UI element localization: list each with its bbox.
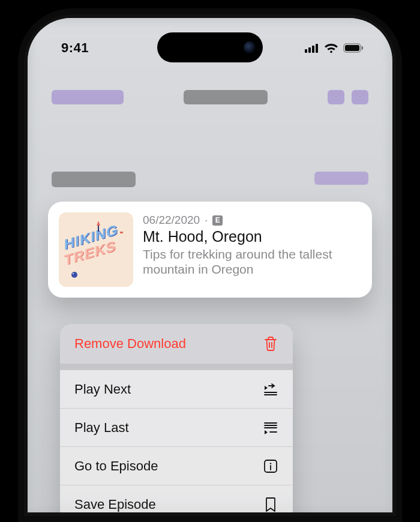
play-last-icon bbox=[263, 420, 278, 436]
play-next-icon bbox=[263, 382, 278, 397]
explicit-badge: E bbox=[212, 215, 223, 226]
menu-item-play-last[interactable]: Play Last bbox=[60, 408, 293, 446]
episode-artwork: HIKING TREKS HIKING TREKS bbox=[59, 212, 133, 287]
svg-rect-6 bbox=[362, 46, 364, 50]
menu-item-label: Save Episode bbox=[74, 497, 156, 512]
svg-point-17 bbox=[270, 463, 271, 464]
episode-title: Mt. Hood, Oregon bbox=[143, 228, 361, 245]
menu-item-go-to-episode[interactable]: Go to Episode bbox=[60, 446, 293, 485]
svg-rect-15 bbox=[120, 232, 123, 233]
menu-item-remove-download[interactable]: Remove Download bbox=[60, 324, 293, 364]
phone-frame: 9:41 bbox=[18, 8, 402, 522]
meta-separator: · bbox=[205, 214, 208, 227]
svg-rect-5 bbox=[345, 45, 359, 51]
svg-rect-1 bbox=[308, 47, 311, 53]
menu-item-label: Go to Episode bbox=[74, 458, 158, 474]
blurred-nav-bar bbox=[28, 90, 392, 119]
context-menu: Remove Download Play Next bbox=[60, 324, 293, 512]
menu-item-label: Remove Download bbox=[74, 336, 186, 352]
episode-description: Tips for trekking around the tallest mou… bbox=[143, 247, 361, 277]
menu-item-label: Play Next bbox=[74, 382, 131, 397]
info-icon bbox=[263, 458, 278, 474]
svg-rect-0 bbox=[305, 49, 307, 53]
menu-item-play-next[interactable]: Play Next bbox=[60, 370, 293, 408]
svg-rect-2 bbox=[312, 46, 314, 53]
cellular-icon bbox=[305, 43, 319, 53]
episode-date: 06/22/2020 bbox=[143, 214, 200, 227]
trash-icon bbox=[263, 336, 278, 352]
dynamic-island bbox=[157, 32, 263, 62]
svg-marker-11 bbox=[97, 221, 100, 226]
episode-card[interactable]: HIKING TREKS HIKING TREKS bbox=[48, 202, 372, 298]
menu-divider bbox=[60, 364, 293, 370]
battery-icon bbox=[343, 43, 364, 53]
svg-rect-3 bbox=[316, 44, 318, 53]
svg-point-13 bbox=[71, 272, 77, 278]
svg-rect-12 bbox=[98, 226, 99, 232]
menu-item-save-episode[interactable]: Save Episode bbox=[60, 485, 293, 512]
blurred-section-header bbox=[52, 172, 368, 187]
screen: 9:41 bbox=[28, 18, 392, 512]
svg-point-14 bbox=[73, 273, 74, 274]
status-time: 9:41 bbox=[61, 40, 89, 56]
bookmark-icon bbox=[263, 497, 278, 512]
episode-meta: 06/22/2020 · E Mt. Hood, Oregon Tips for… bbox=[143, 212, 361, 287]
wifi-icon bbox=[324, 43, 338, 53]
menu-item-label: Play Last bbox=[74, 420, 129, 436]
phone-bezel: 9:41 bbox=[24, 14, 396, 516]
camera-lens bbox=[244, 41, 256, 53]
